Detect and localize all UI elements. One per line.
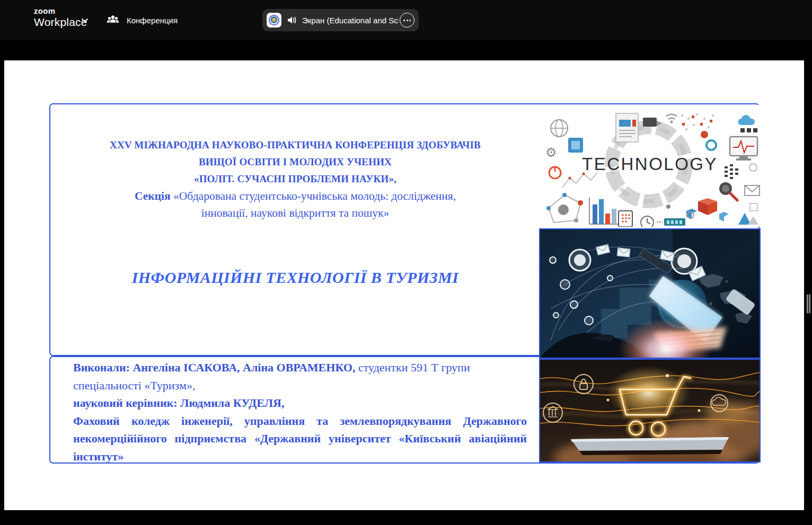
credits-line-2: спеціальності «Туризм», (73, 377, 527, 395)
laptop-network-image (539, 228, 761, 359)
technology-collage-image: ⚙ (539, 105, 761, 227)
credits-line-1: Виконали: Ангеліна ІСАКОВА, Аліна ОВРАМЕ… (73, 359, 527, 377)
more-options-button[interactable] (400, 13, 414, 28)
conference-line-5: інновації, наукові відкриття та пошук» (59, 204, 531, 221)
meeting-tab-label: Конференция (127, 16, 178, 25)
technology-label: TECHNOLOGY (539, 154, 761, 174)
shopping-cart-image (539, 359, 761, 462)
presentation-title: ІНФОРМАЦІЙНІ ТЕХНОЛОГІЇ В ТУРИЗМІ (59, 269, 531, 287)
share-pill-label: Экран (Educational and Scie (302, 16, 399, 25)
chevron-down-icon[interactable] (80, 15, 90, 25)
conference-line-3: «ПОЛІТ. СУЧАСНІ ПРОБЛЕМИ НАУКИ», (59, 171, 531, 188)
shared-screen-slide: XXV МІЖНАРОДНА НАУКОВО-ПРАКТИЧНА КОНФЕРЕ… (4, 60, 804, 510)
share-pill[interactable]: Экран (Educational and Scie (262, 9, 419, 31)
people-icon (106, 14, 120, 26)
logo-line-zoom: zoom (34, 7, 87, 15)
conference-header: XXV МІЖНАРОДНА НАУКОВО-ПРАКТИЧНА КОНФЕРЕ… (59, 137, 531, 221)
credits-institution: Фаховий коледж інженерії, управління та … (73, 412, 527, 466)
speaker-icon (287, 15, 297, 25)
meeting-top-bar: zoom Workplace Конференция (0, 0, 812, 40)
conference-line-1: XXV МІЖНАРОДНА НАУКОВО-ПРАКТИЧНА КОНФЕРЕ… (59, 137, 531, 154)
credits-block: Виконали: Ангеліна ІСАКОВА, Аліна ОВРАМЕ… (73, 359, 527, 465)
conference-line-4: Секція «Обдарована студентсько-учнівська… (59, 188, 531, 204)
meeting-tab[interactable]: Конференция (106, 12, 178, 29)
vertical-scrollbar-thumb[interactable] (807, 294, 810, 314)
conference-line-2: ВИЩОЇ ОСВІТИ І МОЛОДИХ УЧЕНИХ (59, 154, 531, 171)
credits-line-3: науковий керівник: Людмила КУДЕЛЯ, (73, 394, 527, 412)
shared-app-icon (267, 13, 281, 28)
